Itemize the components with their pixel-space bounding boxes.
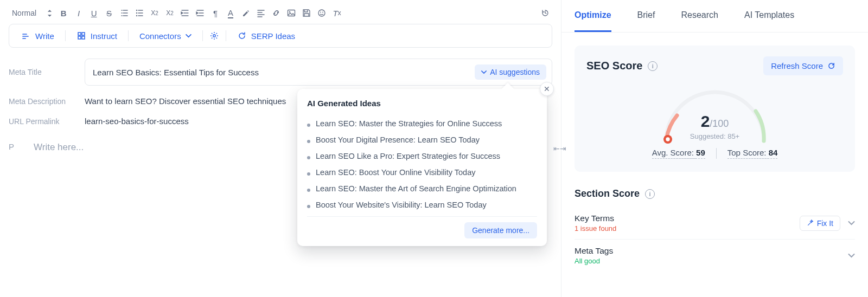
section-score-title-text: Section Score (575, 188, 640, 199)
svg-point-2 (136, 15, 137, 16)
seo-score-card: SEO Score i Refresh Score 2/100 (575, 46, 855, 172)
bold-icon[interactable]: B (58, 7, 69, 19)
score-suggested: Suggested: 85+ (650, 132, 780, 140)
svg-rect-3 (288, 10, 295, 16)
emoji-icon[interactable] (316, 7, 328, 19)
meta-description-label: Meta Description (9, 97, 85, 106)
tab-templates[interactable]: AI Templates (744, 0, 794, 32)
svg-point-12 (213, 35, 215, 37)
align-icon[interactable] (255, 7, 267, 19)
ai-toolbar: Write Instruct Connectors SERP Ideas (9, 24, 552, 48)
ai-idea-item[interactable]: Learn SEO: Master the Art of Search Engi… (307, 180, 537, 197)
ai-idea-item[interactable]: Boost Your Digital Presence: Learn SEO T… (307, 132, 537, 148)
fix-it-label: Fix It (817, 219, 833, 228)
clear-format-icon[interactable]: Tx (331, 7, 343, 19)
tab-optimize[interactable]: Optimize (575, 0, 611, 32)
url-permalink-label: URL Permalink (9, 117, 85, 126)
svg-rect-11 (82, 36, 85, 39)
refresh-icon (237, 31, 247, 41)
fix-it-button[interactable]: Fix It (800, 216, 840, 231)
svg-rect-8 (78, 33, 81, 35)
text-color-icon[interactable]: A (225, 7, 237, 19)
resize-handle-icon[interactable]: ⇤⇥ (553, 144, 566, 153)
score-gauge: 2/100 Suggested: 85+ (650, 84, 780, 138)
section-status: 1 issue found (575, 224, 616, 233)
settings-icon[interactable] (209, 31, 219, 41)
instruct-button[interactable]: Instruct (72, 30, 122, 42)
paragraph-style-label: Normal (12, 9, 36, 17)
paragraph-direction-icon[interactable]: ¶ (209, 7, 221, 19)
score-stats: Avg. Score: 59 Top Score: 84 (652, 148, 778, 159)
bullet-icon (307, 172, 310, 176)
superscript-icon[interactable]: X2 (164, 7, 176, 19)
select-arrows-icon (47, 10, 52, 17)
link-icon[interactable] (270, 7, 282, 19)
info-icon[interactable]: i (648, 61, 658, 71)
svg-point-5 (318, 10, 325, 16)
close-icon[interactable]: ✕ (540, 82, 554, 96)
section-row-meta-tags[interactable]: Meta Tags All good (575, 240, 855, 272)
sidebar-tabs: Optimize Brief Research AI Templates (561, 0, 868, 33)
connectors-button[interactable]: Connectors (135, 30, 196, 42)
ai-suggestions-label: AI suggestions (490, 68, 540, 76)
paragraph-marker: P (9, 142, 14, 151)
separator (128, 30, 129, 41)
tab-research[interactable]: Research (681, 0, 718, 32)
ai-suggestions-button[interactable]: AI suggestions (475, 64, 546, 80)
ai-idea-item[interactable]: Learn SEO: Boost Your Online Visibility … (307, 164, 537, 180)
italic-icon[interactable]: I (73, 7, 85, 19)
chevron-down-icon (186, 34, 192, 38)
bullet-icon (307, 156, 310, 159)
format-toolbar: Normal B I U S X2 X2 ¶ A Tx (9, 4, 552, 24)
ai-idea-text: Boost Your Website's Visibility: Learn S… (316, 201, 487, 209)
section-status: All good (575, 257, 613, 265)
refresh-label: Refresh Score (771, 61, 823, 70)
seo-score-title: SEO Score i (586, 60, 658, 72)
ai-idea-text: Learn SEO: Boost Your Online Visibility … (316, 168, 475, 177)
ai-idea-item[interactable]: Learn SEO Like a Pro: Expert Strategies … (307, 148, 537, 164)
ai-idea-item[interactable]: Learn SEO: Master the Strategies for Onl… (307, 115, 537, 132)
serp-ideas-button[interactable]: SERP Ideas (233, 30, 299, 42)
chevron-down-icon[interactable] (848, 221, 855, 225)
section-row-key-terms[interactable]: Key Terms 1 issue found Fix It (575, 207, 855, 240)
indent-decrease-icon[interactable] (179, 7, 191, 19)
editor-placeholder: Write here... (34, 142, 84, 153)
separator (716, 148, 717, 159)
highlight-icon[interactable] (240, 7, 252, 19)
unordered-list-icon[interactable] (133, 7, 145, 19)
subscript-icon[interactable]: X2 (149, 7, 161, 19)
info-icon[interactable]: i (645, 189, 655, 199)
chevron-down-icon[interactable] (848, 254, 855, 258)
tab-brief[interactable]: Brief (637, 0, 655, 32)
avg-score: Avg. Score: 59 (652, 148, 705, 159)
meta-title-label: Meta Title (9, 68, 85, 76)
section-name: Key Terms (575, 214, 616, 223)
score-value: 2 (701, 112, 710, 130)
image-icon[interactable] (285, 7, 297, 19)
serp-label: SERP Ideas (251, 31, 295, 41)
section-score: Section Score i Key Terms 1 issue found … (575, 188, 855, 272)
ai-ideas-list: Learn SEO: Master the Strategies for Onl… (307, 115, 537, 213)
write-button[interactable]: Write (17, 30, 59, 42)
svg-point-7 (322, 12, 323, 13)
instruct-label: Instruct (91, 31, 117, 41)
ai-idea-text: Learn SEO Like a Pro: Expert Strategies … (316, 152, 500, 160)
ai-idea-item[interactable]: Boost Your Website's Visibility: Learn S… (307, 197, 537, 213)
save-icon[interactable] (301, 7, 312, 19)
bullet-icon (307, 189, 310, 192)
seo-score-title-text: SEO Score (586, 60, 642, 72)
score-denominator: /100 (710, 118, 729, 129)
ordered-list-icon[interactable] (118, 7, 130, 19)
indent-increase-icon[interactable] (194, 7, 206, 19)
history-icon[interactable] (539, 7, 551, 19)
connectors-label: Connectors (139, 31, 181, 41)
underline-icon[interactable]: U (88, 7, 100, 19)
separator (65, 30, 66, 41)
svg-rect-10 (78, 36, 81, 39)
bullet-icon (307, 140, 310, 143)
refresh-score-button[interactable]: Refresh Score (763, 56, 843, 75)
meta-title-input[interactable]: Learn SEO Basics: Essential Tips for Suc… (93, 68, 259, 77)
paragraph-style-select[interactable]: Normal (10, 7, 54, 20)
strikethrough-icon[interactable]: S (103, 7, 115, 19)
generate-more-button[interactable]: Generate more... (464, 222, 537, 238)
